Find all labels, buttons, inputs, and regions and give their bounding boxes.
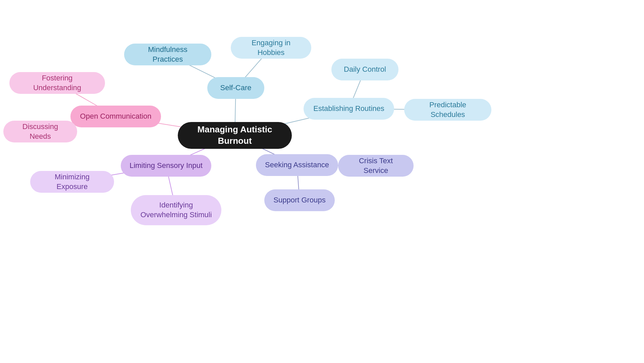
self-care-node: Self-Care [207,77,264,99]
hobbies-node: Engaging in Hobbies [231,37,311,59]
identifying-stimuli-node: Identifying Overwhelming Stimuli [131,195,221,225]
fostering-node: Fostering Understanding [9,72,105,94]
daily-control-node: Daily Control [331,59,398,80]
limiting-sensory-node: Limiting Sensory Input [121,155,211,177]
minimizing-exposure-node: Minimizing Exposure [30,171,114,193]
establishing-routines-node: Establishing Routines [304,98,394,120]
open-comm-node: Open Communication [70,106,161,127]
support-groups-node: Support Groups [264,189,335,211]
predictable-schedules-node: Predictable Schedules [404,99,491,121]
seeking-assistance-node: Seeking Assistance [256,154,338,176]
crisis-text-node: Crisis Text Service [338,155,414,177]
center-node: Managing Autistic Burnout [178,122,292,149]
mindfulness-node: Mindfulness Practices [124,44,211,65]
discussing-needs-node: Discussing Needs [3,121,77,142]
